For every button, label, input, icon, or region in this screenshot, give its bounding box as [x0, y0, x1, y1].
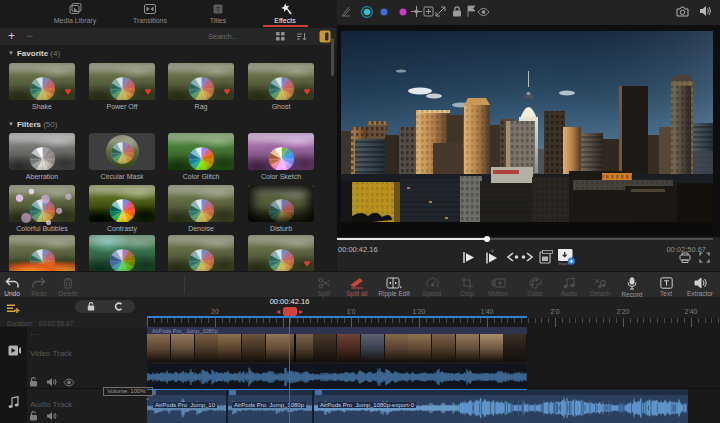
svg-text:Export: Export: [559, 262, 569, 266]
svg-text:⇉: ⇉: [490, 248, 494, 253]
svg-text:T: T: [216, 6, 221, 13]
